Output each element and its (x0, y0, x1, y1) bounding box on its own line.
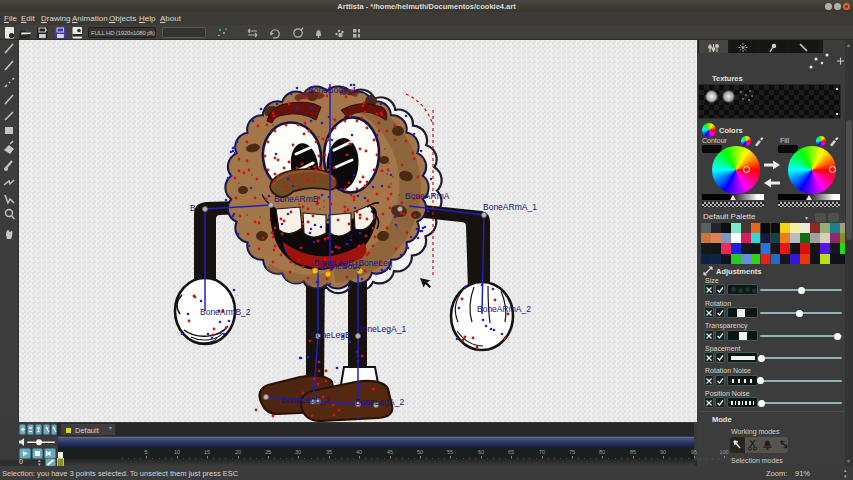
svg-text:BoneLegA_2: BoneLegA_2 (355, 397, 404, 407)
svg-text:BoneBody_1: BoneBody_1 (308, 85, 357, 95)
svg-text:BoneLegA_1: BoneLegA_1 (357, 324, 406, 334)
svg-text:BoneARmA: BoneARmA (405, 191, 450, 201)
svg-text:BoneLegB_2: BoneLegB_2 (281, 395, 330, 405)
svg-text:BoneArmB_2: BoneArmB_2 (200, 307, 251, 317)
svg-text:BoneARmB: BoneARmB (274, 194, 319, 204)
svg-text:BoneBody: BoneBody (322, 261, 362, 271)
svg-text:BoneARmA_1: BoneARmA_1 (483, 202, 537, 212)
svg-text:BoneARmA_2: BoneARmA_2 (477, 304, 531, 314)
svg-text:BoneLegB: BoneLegB (311, 330, 351, 340)
